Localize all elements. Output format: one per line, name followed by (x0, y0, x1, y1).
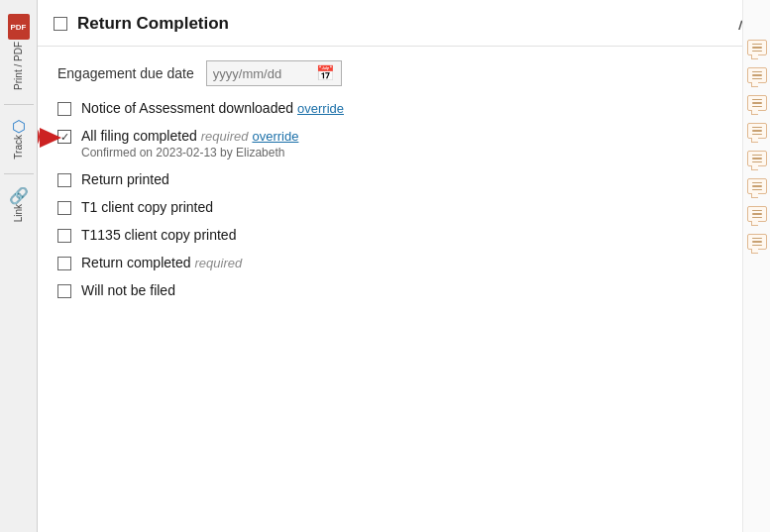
checklist-item-all-filing: 1 All filing completed required override… (54, 128, 728, 160)
item-label-row-will-not-be-filed: Will not be filed (81, 282, 728, 298)
item-content-notice-assessment: Notice of Assessment downloaded override (81, 100, 728, 116)
sidebar-item-print-pdf[interactable]: PDF Print / PDF (1, 8, 37, 96)
checkbox-return-completed[interactable] (57, 257, 71, 270)
item-label-row-t1135-client: T1135 client copy printed (81, 227, 728, 243)
sidebar-label-track: Track (13, 135, 24, 160)
checklist-item-return-completed: Return completed required (54, 255, 728, 270)
sidebar-label-link: Link (13, 204, 24, 222)
sidebar-divider-1 (4, 104, 34, 105)
item-label-notice-assessment: Notice of Assessment downloaded (81, 100, 293, 116)
item-content-t1-client: T1 client copy printed (81, 199, 728, 215)
required-tag-return-completed: required (195, 256, 243, 270)
track-icon: ⬡ (12, 119, 26, 135)
comment-icon-will-not-be-filed[interactable] (747, 234, 767, 250)
sidebar-item-link[interactable]: 🔗 Link (1, 182, 37, 228)
panel-body: Engagement due date 📅 Notice of Assessme… (38, 47, 770, 532)
override-link-notice-assessment[interactable]: override (297, 101, 344, 116)
pdf-icon: PDF (8, 14, 30, 40)
comment-icon-return-completed[interactable] (747, 206, 767, 222)
sidebar-divider-2 (4, 173, 34, 174)
sidebar: PDF Print / PDF ⬡ Track 🔗 Link (0, 0, 38, 532)
checkbox-notice-assessment[interactable] (57, 102, 71, 116)
item-label-row-return-printed: Return printed (81, 171, 728, 187)
comment-icon-all-filing[interactable] (747, 95, 767, 111)
checklist-item-return-printed: Return printed (54, 171, 728, 187)
item-label-row-t1-client: T1 client copy printed (81, 199, 728, 215)
item-label-row-return-completed: Return completed required (81, 255, 728, 270)
comment-icon-t1-client[interactable] (747, 151, 767, 166)
item-label-row-all-filing: All filing completed required override (81, 128, 728, 144)
override-link-all-filing[interactable]: override (252, 129, 298, 144)
sidebar-label-print-pdf: Print / PDF (13, 42, 24, 90)
right-icons-column (742, 0, 770, 532)
due-date-label: Engagement due date (57, 65, 194, 81)
item-label-return-completed: Return completed (81, 255, 191, 270)
item-sub-all-filing: Confirmed on 2023-02-13 by Elizabeth (81, 146, 728, 160)
item-label-all-filing: All filing completed (81, 128, 197, 144)
item-content-t1135-client: T1135 client copy printed (81, 227, 728, 243)
item-content-all-filing: All filing completed required override C… (81, 128, 728, 160)
comment-icon-return-printed[interactable] (747, 123, 767, 139)
item-label-return-printed: Return printed (81, 171, 169, 187)
annotation-arrow-shape (40, 128, 61, 148)
main-panel: Return Completion ∧ Engagement due date … (38, 0, 770, 532)
comment-icon-due-date[interactable] (747, 40, 767, 55)
link-icon: 🔗 (9, 188, 29, 204)
comment-icon-notice-assessment[interactable] (747, 67, 767, 83)
panel-title: Return Completion (77, 14, 730, 34)
calendar-icon[interactable]: 📅 (316, 64, 335, 82)
checkbox-t1-client[interactable] (57, 201, 71, 215)
item-label-t1135-client: T1135 client copy printed (81, 227, 236, 243)
sidebar-item-track[interactable]: ⬡ Track (1, 113, 37, 165)
checklist-item-will-not-be-filed: Will not be filed (54, 282, 728, 298)
due-date-row: Engagement due date 📅 (54, 60, 728, 86)
item-content-return-completed: Return completed required (81, 255, 728, 270)
checkbox-t1135-client[interactable] (57, 229, 71, 243)
checkbox-will-not-be-filed[interactable] (57, 284, 71, 298)
return-completion-checkbox[interactable] (54, 17, 67, 31)
item-label-will-not-be-filed: Will not be filed (81, 282, 175, 298)
required-tag-all-filing: required (201, 129, 249, 144)
checklist-item-t1135-client: T1135 client copy printed (54, 227, 728, 243)
item-content-will-not-be-filed: Will not be filed (81, 282, 728, 298)
checklist-item-notice-assessment: Notice of Assessment downloaded override (54, 100, 728, 116)
item-content-return-printed: Return printed (81, 171, 728, 187)
comment-icon-t1135-client[interactable] (747, 178, 767, 194)
due-date-input-wrapper: 📅 (206, 60, 342, 86)
item-label-row-notice-assessment: Notice of Assessment downloaded override (81, 100, 728, 116)
panel-header: Return Completion ∧ (38, 0, 770, 47)
checkbox-return-printed[interactable] (57, 173, 71, 187)
item-label-t1-client: T1 client copy printed (81, 199, 213, 215)
due-date-input[interactable] (213, 66, 312, 81)
annotation-container: 1 (38, 122, 40, 152)
checklist-item-t1-client: T1 client copy printed (54, 199, 728, 215)
